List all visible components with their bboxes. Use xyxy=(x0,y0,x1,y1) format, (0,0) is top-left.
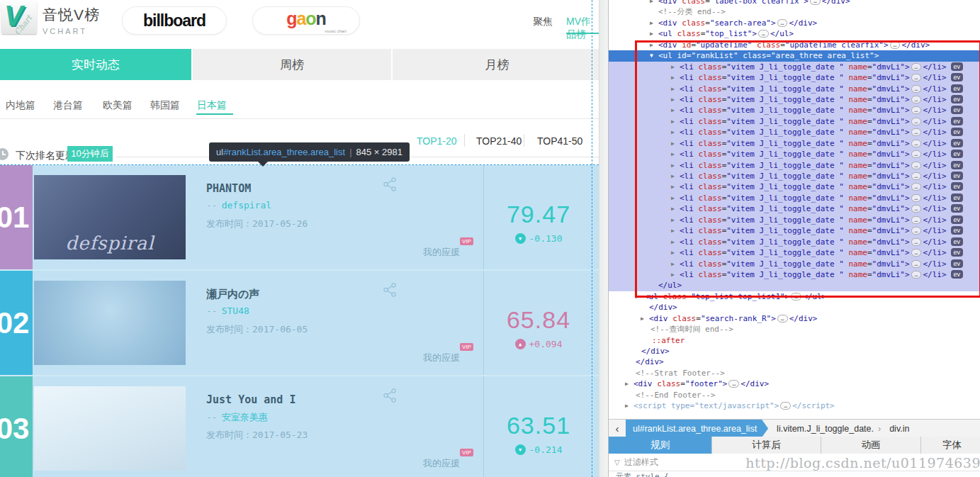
inspect-highlight-vline xyxy=(592,0,592,477)
devtools-tree-row[interactable]: ▶<script type="text/javascript">…</scrip… xyxy=(609,400,980,411)
devtools-tab-字体[interactable]: 字体 xyxy=(921,437,980,454)
divider xyxy=(483,165,484,269)
twisty-collapsed-icon[interactable]: ▶ xyxy=(650,18,658,28)
song-title[interactable]: Just You and I xyxy=(206,393,295,406)
my-support-link[interactable]: 我的应援 xyxy=(423,352,460,364)
divider xyxy=(524,134,524,147)
devtools-tree-row[interactable]: </div> xyxy=(609,346,980,357)
element-style-partial-row: 元素.style { xyxy=(616,471,669,477)
devtools-panel: ▶<div class="label-box clearfix">…</div>… xyxy=(608,0,980,477)
divider xyxy=(483,271,484,375)
my-support-link[interactable]: 我的应援 xyxy=(423,457,460,470)
artist-link[interactable]: --defspiral xyxy=(206,200,271,211)
gaon-button[interactable]: gaon music chart xyxy=(252,6,360,35)
rank-number: 02 xyxy=(0,271,33,375)
period-tabs: 实时动态周榜月榜 xyxy=(0,49,599,80)
breadcrumb-back-chevron[interactable]: ‹ xyxy=(609,420,626,437)
breadcrumb-item[interactable]: div.in xyxy=(881,420,913,437)
score-value: 79.47 xyxy=(485,201,592,228)
nav-mv-chart[interactable]: MV作品榜 xyxy=(566,16,599,41)
update-countdown-badge: 10分钟后 xyxy=(67,146,113,162)
artist-prefix: -- xyxy=(206,412,218,422)
mv-thumbnail[interactable] xyxy=(34,386,186,471)
devtools-tree-row[interactable]: ▶<div class="search-area">…</div> xyxy=(609,18,980,28)
thumbnail-caption: defspiral xyxy=(34,232,186,254)
brand: 音悦V榜 VCHART xyxy=(43,5,100,35)
mv-thumbnail[interactable]: defspiral xyxy=(34,175,186,259)
devtools-tab-动画[interactable]: 动画 xyxy=(821,437,921,454)
artist-name[interactable]: STU48 xyxy=(222,305,249,316)
devtools-tree-row[interactable]: </div> xyxy=(609,357,980,367)
gaon-letter: g xyxy=(286,9,296,28)
page-scrollbar[interactable] xyxy=(599,0,609,477)
devtools-tree-row[interactable]: ▶<div class="search-rank_R">…</div> xyxy=(609,313,980,324)
artist-link[interactable]: --STU48 xyxy=(206,305,249,316)
ellipsis-button[interactable]: … xyxy=(777,315,788,322)
breadcrumb-selected[interactable]: ul#rankList.area_three.area_list xyxy=(626,420,768,437)
devtools-tree-row[interactable]: </div> xyxy=(609,302,980,313)
update-label: 下次排名更新 xyxy=(16,150,75,162)
devtools-tab-计算后[interactable]: 计算后 xyxy=(712,437,821,454)
devtools-tree-row[interactable]: ▶<div class="label-box clearfix">…</div> xyxy=(609,0,980,6)
subtab-内地篇[interactable]: 内地篇 xyxy=(6,99,35,112)
vip-badge: VIP xyxy=(460,237,473,245)
annotation-red-box xyxy=(635,40,980,298)
devtools-tree-row[interactable]: <!--查询时间 end--> xyxy=(609,324,980,335)
nav-focus[interactable]: 聚焦 xyxy=(533,16,553,28)
ellipsis-button[interactable]: … xyxy=(777,19,788,27)
ellipsis-button[interactable]: … xyxy=(780,402,791,410)
artist-link[interactable]: --安室奈美惠 xyxy=(206,411,268,424)
tab-月榜[interactable]: 月榜 xyxy=(391,49,599,80)
mv-thumbnail[interactable] xyxy=(34,281,186,365)
artist-name[interactable]: defspiral xyxy=(222,200,271,211)
my-support-link[interactable]: 我的应援 xyxy=(423,246,460,259)
share-icon[interactable] xyxy=(383,282,398,298)
song-title[interactable]: 瀬戸内の声 xyxy=(206,288,259,301)
billboard-button[interactable]: billboard xyxy=(122,6,227,35)
devtools-tree-row[interactable]: ▶<div class="footer">…</div> xyxy=(609,378,980,389)
trend-up-icon: ▲ xyxy=(515,339,526,349)
share-icon[interactable] xyxy=(383,176,398,192)
site-page: V Chart 音悦V榜 VCHART billboard gaon music… xyxy=(0,0,599,477)
divider xyxy=(464,134,465,147)
toplink-TOP21-40[interactable]: TOP21-40 xyxy=(476,135,522,147)
clock-icon xyxy=(0,148,9,160)
toplink-TOP41-50[interactable]: TOP41-50 xyxy=(537,135,582,147)
breadcrumb-item[interactable]: li.vitem.J_li_toggle_date. xyxy=(768,420,878,437)
devtools-tree-row[interactable]: <!--分类 end--> xyxy=(609,6,980,17)
billboard-logo: billboard xyxy=(143,11,205,30)
rank-number: 01 xyxy=(0,165,33,269)
devtools-tree-row[interactable]: ▶<ul class="top_list">…</ul> xyxy=(609,28,980,39)
list-item[interactable]: 02瀬戸内の声--STU48发布时间：2017-06-05我的应援VIP65.8… xyxy=(0,271,599,375)
delta-value: -0.214 xyxy=(529,444,563,455)
ellipsis-button[interactable]: … xyxy=(810,0,821,5)
devtools-tree-row[interactable]: <!--End Footer--> xyxy=(609,390,980,400)
subtab-韩国篇[interactable]: 韩国篇 xyxy=(150,99,180,112)
gaon-subtitle: music chart xyxy=(325,29,347,33)
devtools-tab-规则[interactable]: 规则 xyxy=(609,437,712,454)
toplink-TOP1-20[interactable]: TOP1-20 xyxy=(417,135,457,147)
tab-实时动态[interactable]: 实时动态 xyxy=(0,49,191,80)
delta-value: +0.094 xyxy=(529,339,563,349)
subtab-欧美篇[interactable]: 欧美篇 xyxy=(103,99,133,112)
twisty-collapsed-icon[interactable]: ▶ xyxy=(625,378,633,389)
ellipsis-button[interactable]: … xyxy=(758,30,769,38)
subtab-日本篇[interactable]: 日本篇 xyxy=(197,99,227,112)
twisty-collapsed-icon[interactable]: ▶ xyxy=(625,400,633,411)
devtools-tree-row[interactable]: <!--Strat Footer--> xyxy=(609,368,980,378)
subtab-underline xyxy=(196,113,233,115)
delta-value: -0.130 xyxy=(529,233,563,244)
share-icon[interactable] xyxy=(383,388,398,403)
devtools-tree-row[interactable]: ::after xyxy=(609,335,980,346)
vchart-logo[interactable]: V Chart xyxy=(1,1,37,34)
twisty-collapsed-icon[interactable]: ▶ xyxy=(650,0,658,6)
ellipsis-button[interactable]: … xyxy=(728,380,739,388)
artist-name[interactable]: 安室奈美惠 xyxy=(222,412,268,422)
subtab-港台篇[interactable]: 港台篇 xyxy=(53,99,83,112)
tab-周榜[interactable]: 周榜 xyxy=(191,49,391,80)
list-item[interactable]: 01defspiralPHANTOM--defspiral发布时间：2017-0… xyxy=(0,165,599,269)
list-item[interactable]: 03Just You and I--安室奈美惠发布时间：2017-05-23我的… xyxy=(0,376,599,477)
twisty-collapsed-icon[interactable]: ▶ xyxy=(650,28,658,39)
twisty-collapsed-icon[interactable]: ▶ xyxy=(641,313,649,324)
song-title[interactable]: PHANTOM xyxy=(206,182,251,195)
